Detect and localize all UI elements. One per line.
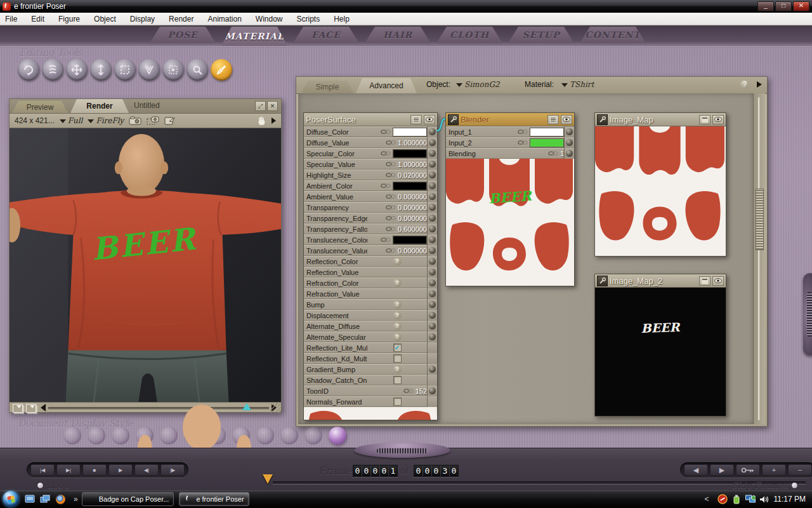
node-connector[interactable] [427, 126, 437, 137]
param-value[interactable]: 0.020000 [398, 171, 427, 179]
param-row-reflection_lite_mult[interactable]: Reflection_Lite_Mult✓ [304, 342, 437, 353]
param-row-diffuse_color[interactable]: Diffuse_Color [304, 126, 437, 137]
menu-render[interactable]: Render [169, 15, 193, 23]
param-row-translucence_color[interactable]: Translucence_Color [304, 234, 437, 245]
overflow-chevron-icon[interactable]: » [74, 495, 78, 504]
tab-material[interactable]: MATERIAL [221, 27, 287, 46]
node-connector[interactable] [427, 148, 437, 159]
node-connector[interactable] [427, 170, 437, 180]
color-swatch[interactable] [530, 138, 564, 147]
window-switcher-icon[interactable] [39, 493, 51, 505]
display-style-sphere-1[interactable] [63, 427, 81, 444]
tab-face[interactable]: FACE [293, 27, 359, 43]
param-row-transparency[interactable]: Transparency0.000000 [304, 202, 437, 213]
node-connector[interactable] [427, 256, 437, 267]
clock[interactable]: 11:17 PM [774, 495, 806, 504]
security-icon[interactable] [717, 494, 728, 504]
morph-tool[interactable] [162, 59, 184, 81]
display-style-sphere-4[interactable] [136, 427, 154, 444]
node-connector[interactable] [427, 321, 437, 331]
param-row-displacement[interactable]: Displacement? [304, 310, 437, 321]
menu-file[interactable]: File [5, 15, 17, 23]
render-viewport[interactable]: BEER [10, 128, 281, 403]
display-mode-dropdown[interactable]: Full [60, 116, 83, 125]
image-map-2-preview[interactable]: BEER [595, 288, 726, 416]
pan-hand-icon[interactable] [258, 116, 266, 126]
doc-style-icon-1[interactable] [13, 404, 23, 413]
param-value[interactable]: 1.000000 [398, 139, 427, 147]
node-connector[interactable] [427, 364, 437, 375]
translate-inout-tool[interactable] [90, 59, 112, 81]
param-value[interactable]: 0.000000 [398, 193, 427, 201]
last-frame-icon[interactable]: ▶| [56, 464, 81, 476]
node-posersurface[interactable]: PoserSurface Diffuse_ColorDiffuse_Value1… [303, 112, 438, 420]
node-connector[interactable] [427, 277, 437, 288]
node-menu-icon[interactable] [410, 115, 422, 124]
node-connector[interactable] [427, 159, 437, 170]
rotate-tool[interactable] [18, 59, 39, 81]
next-keyframe-icon[interactable]: ▶ [710, 464, 734, 476]
magnify-tool[interactable] [187, 59, 208, 81]
param-row-refraction_value[interactable]: Refraction_Value [304, 288, 437, 299]
param-row-bump[interactable]: Bump? [304, 299, 437, 310]
question-icon[interactable]: ? [393, 257, 402, 265]
node-image-map-2[interactable]: Image_Map_2 BEER [594, 274, 726, 417]
panel-arrow-icon[interactable] [757, 81, 762, 88]
tab-cloth[interactable]: CLOTH [436, 27, 502, 43]
minimize-button[interactable]: _ [757, 1, 774, 11]
scroll-thumb[interactable] [242, 403, 251, 410]
node-connector[interactable] [427, 385, 437, 396]
node-connector[interactable] [427, 180, 437, 191]
menu-animation[interactable]: Animation [207, 15, 241, 23]
question-icon[interactable]: ? [393, 311, 402, 319]
question-icon[interactable]: ? [393, 300, 402, 309]
side-dock-handle[interactable] [803, 273, 812, 356]
param-value[interactable]: 1.000000 [398, 161, 427, 168]
node-connector[interactable] [427, 137, 437, 148]
key-icon[interactable] [736, 464, 760, 476]
param-row-shadow_catch_only[interactable]: Shadow_Catch_Only [304, 375, 437, 385]
param-row-ambient_color[interactable]: Ambient_Color [304, 180, 437, 191]
node-connector[interactable] [427, 191, 437, 202]
add-keyframe-icon[interactable]: + [762, 464, 786, 476]
color-swatch[interactable] [530, 128, 564, 137]
node-title-bar[interactable]: Blender [446, 113, 574, 126]
render-icon[interactable] [129, 116, 141, 125]
question-icon[interactable]: ? [393, 333, 402, 341]
doc-style-icon-2[interactable] [26, 404, 36, 413]
node-connector[interactable] [427, 245, 437, 256]
question-icon[interactable]: ? [393, 365, 402, 373]
prev-keyframe-icon[interactable]: ◀ [684, 464, 708, 476]
node-wrench-icon[interactable] [597, 276, 608, 286]
node-connector[interactable] [427, 299, 437, 310]
display-style-sphere-7[interactable] [208, 427, 226, 444]
preview-toggle-eye-icon[interactable] [712, 276, 724, 286]
param-row-diffuse_value[interactable]: Diffuse_Value1.000000 [304, 137, 437, 148]
first-frame-icon[interactable]: |◀ [30, 464, 55, 476]
node-image-map[interactable]: Image_Map [594, 112, 726, 257]
node-connector[interactable] [427, 213, 437, 224]
display-style-sphere-6[interactable] [184, 427, 202, 444]
node-menu-icon[interactable] [547, 115, 559, 124]
start-button[interactable] [3, 491, 19, 507]
total-frames-counter[interactable]: 00030 [414, 465, 459, 477]
param-row-blending[interactable]: Blending1 [446, 148, 574, 159]
param-value[interactable]: 0.000000 [398, 204, 427, 211]
tab-advanced[interactable]: Advanced [356, 78, 417, 93]
checkbox[interactable] [393, 354, 402, 363]
tab-setup[interactable]: SETUP [508, 27, 574, 43]
remove-keyframe-icon[interactable]: − [788, 464, 812, 476]
node-connector[interactable] [564, 126, 574, 137]
node-connector[interactable] [427, 224, 437, 234]
display-style-sphere-12[interactable] [329, 427, 346, 444]
preview-toggle-eye-icon[interactable] [424, 115, 435, 124]
task-badge-on-cap-poser-[interactable]: Badge on Cap Poser... [82, 492, 174, 506]
node-collapse-icon[interactable] [699, 115, 710, 124]
menu-edit[interactable]: Edit [31, 15, 44, 23]
param-row-alternate_specular[interactable]: Alternate_Specular? [304, 331, 437, 342]
shader-node-canvas[interactable]: PoserSurface Diffuse_ColorDiffuse_Value1… [298, 93, 754, 424]
param-row-ambient_value[interactable]: Ambient_Value0.000000 [304, 191, 437, 202]
firefox-icon[interactable] [55, 493, 66, 505]
node-connector[interactable] [427, 288, 437, 299]
render-settings-icon[interactable] [164, 116, 176, 125]
